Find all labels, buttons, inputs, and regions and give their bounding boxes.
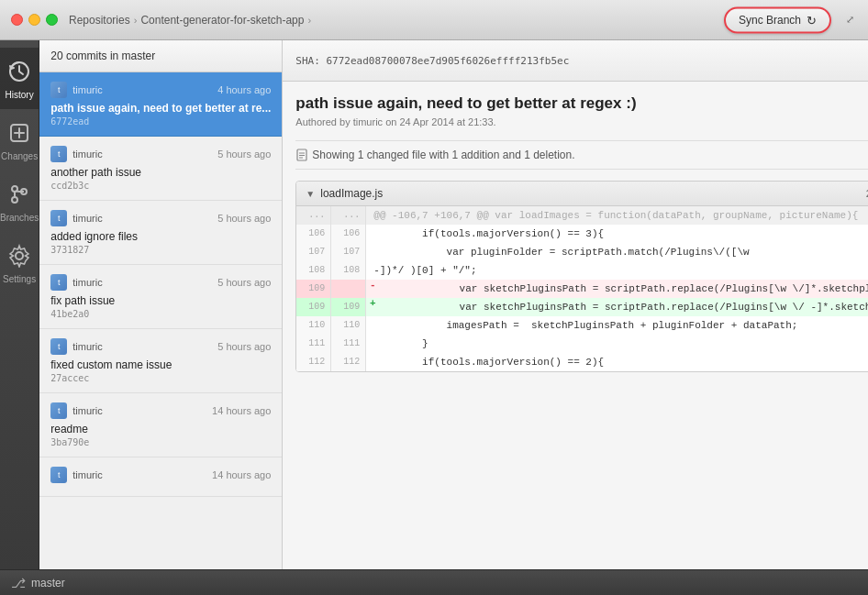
avatar: t [50,82,67,98]
sidebar-item-branches-label: Branches [0,213,39,223]
diff-row: ... ... @@ -106,7 +106,7 @@ var loadImag… [296,206,868,225]
commit-item[interactable]: t timuric 5 hours ago another path issue… [39,137,282,201]
commit-message: fix path issue [50,294,271,307]
commit-author: timuric [72,213,212,224]
commit-message: readme [50,423,271,435]
sync-icon: ↻ [807,13,817,27]
sidebar-item-changes[interactable]: Changes [0,109,39,171]
commit-item[interactable]: t timuric 5 hours ago fixed custom name … [39,329,282,393]
sidebar-item-settings[interactable]: Settings [0,232,39,293]
diff-ln-old: 111 [296,335,331,353]
minimize-button[interactable] [28,14,40,26]
commit-item[interactable]: t timuric 5 hours ago added ignore files… [39,201,282,265]
diff-line-nums: 106 106 [296,225,366,243]
commit-author: timuric [72,277,212,288]
expand-button[interactable]: ⤢ [840,13,859,28]
avatar: t [50,338,67,355]
diff-row: 108 108 -])*/ )[0] + "/"; [296,261,868,280]
close-button[interactable] [11,14,23,26]
commit-message: path issue again, need to get better at … [50,102,271,115]
commits-header: 20 commits in master [39,40,282,72]
bottom-bar: ⎇ master [0,569,868,595]
commit-header-row: path issue again, need to get better at … [295,94,868,127]
commit-sha: ccd2b3c [50,181,271,191]
breadcrumb: Repositories › Content-generator-for-ske… [69,14,311,27]
diff-row: 110 110 imagesPath = sketchPluginsPath +… [296,316,868,335]
sidebar: History Changes [0,40,39,569]
detail-content: path issue again, need to get better at … [283,82,868,569]
diff-line-nums: 109 [296,280,366,298]
diff-line-nums: 107 107 [296,243,366,261]
diff-row: 112 112 if(tools.majorVersion() == 2){ [296,353,868,371]
commit-item[interactable]: t timuric 4 hours ago path issue again, … [39,72,282,137]
commit-authored: Authored by timuric on 24 Apr 2014 at 21… [295,116,868,127]
commit-meta: t timuric 5 hours ago [50,210,271,226]
detail-panel: SHA: 6772ead08700078ee7d905f6026effff213… [283,40,868,569]
commit-sha: 41be2a0 [50,309,271,319]
commit-meta: t timuric 5 hours ago [50,338,271,355]
branch-name: master [31,577,65,589]
diff-line-nums: ... ... [296,206,366,225]
commit-time: 5 hours ago [217,149,271,160]
breadcrumb-repositories[interactable]: Repositories [69,14,130,27]
breadcrumb-repo-name[interactable]: Content-generator-for-sketch-app [140,14,304,27]
diff-ln-new: ... [331,206,366,225]
changes-icon [5,118,34,148]
sidebar-item-history-label: History [6,90,34,100]
diff-ln-old: 107 [296,243,331,261]
file-diff: ▼ loadImage.js 2 [295,181,868,372]
avatar: t [50,210,67,226]
diff-body: ... ... @@ -106,7 +106,7 @@ var loadImag… [296,206,868,371]
title-bar: Repositories › Content-generator-for-ske… [0,0,868,40]
diff-line-nums: 110 110 [296,316,366,335]
commit-item[interactable]: t timuric 14 hours ago readme 3ba790e [39,393,282,457]
commit-message: fixed custom name issue [50,358,271,371]
diff-ln-new: 108 [331,261,366,280]
commit-time: 5 hours ago [217,277,271,288]
diff-sign: - [366,280,379,298]
sync-branch-button[interactable]: Sync Branch ↻ [724,6,831,33]
diff-line-nums: 109 109 [296,298,366,316]
avatar: t [50,146,67,162]
diff-ln-new: 106 [331,225,366,243]
diff-line-nums: 108 108 [296,261,366,280]
sidebar-item-settings-label: Settings [3,274,36,284]
maximize-button[interactable] [46,14,58,26]
diff-ln-new: 107 [331,243,366,261]
commit-item[interactable]: t timuric 14 hours ago [39,457,282,497]
diff-sign: + [366,298,379,316]
diff-line-nums: 112 112 [296,353,366,371]
commit-meta: t timuric 4 hours ago [50,82,271,98]
commit-author: timuric [72,341,212,352]
diff-code: if(tools.majorVersion() == 3){ [366,225,868,243]
diff-ln-old: 108 [296,261,331,280]
diff-row-deleted: 109 - var sketchPluginsPath = scriptPath… [296,280,868,298]
collapse-icon[interactable]: ▼ [306,189,315,199]
branch-icon: ⎇ [11,576,26,590]
commit-sha: 3731827 [50,245,271,255]
commit-message: another path issue [50,166,271,179]
svg-point-8 [16,252,23,259]
commit-item[interactable]: t timuric 5 hours ago fix path issue 41b… [39,265,282,329]
commit-meta: t timuric 5 hours ago [50,274,271,291]
sync-branch-label: Sync Branch [739,14,801,27]
diff-row-added: 109 109 + var sketchPluginsPath = script… [296,298,868,316]
commit-meta: t timuric 5 hours ago [50,146,271,162]
commit-time: 5 hours ago [217,213,271,224]
traffic-lights [11,14,58,26]
commit-meta: t timuric 14 hours ago [50,402,271,419]
diff-row: 106 106 if(tools.majorVersion() == 3){ [296,225,868,243]
diff-code: var sketchPluginsPath = scriptPath.repla… [379,280,868,298]
diff-ln-old: 109 [296,298,331,316]
branches-icon [5,180,34,209]
diff-ln-old: ... [296,206,331,225]
sidebar-item-branches[interactable]: Branches [0,171,39,232]
main-layout: History Changes [0,40,868,569]
diff-ln-new: 109 [331,298,366,316]
diff-code: if(tools.majorVersion() == 2){ [366,353,868,371]
commit-author: timuric [72,469,206,480]
diff-code: } [366,335,868,353]
diff-ln-old: 110 [296,316,331,335]
sidebar-item-history[interactable]: History [0,48,39,109]
commits-panel: 20 commits in master t timuric 4 hours a… [39,40,283,569]
